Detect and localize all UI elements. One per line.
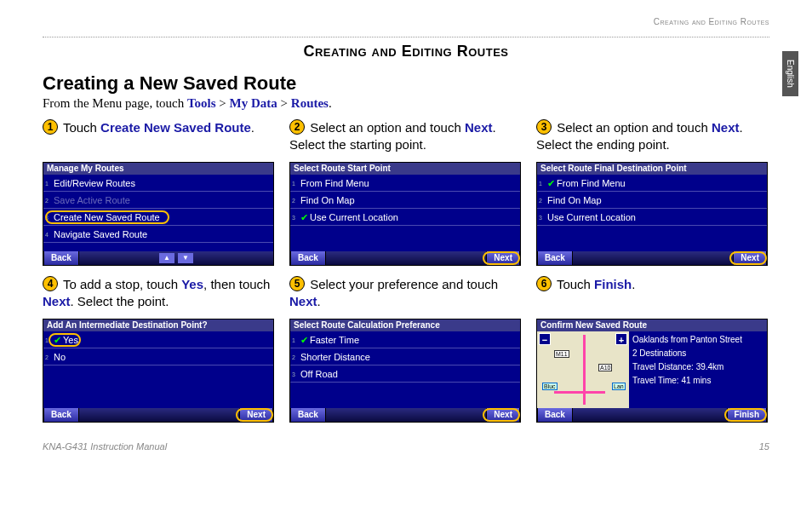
next-button[interactable]: Next: [486, 408, 520, 422]
step-6-number-icon: 6: [536, 276, 552, 291]
road-label: Lan: [612, 383, 626, 390]
route-info-panel: Oaklands from Panton Street 2 Destinatio…: [629, 331, 767, 408]
map-preview[interactable]: − + M11 A10 Bluc Lan: [537, 331, 629, 408]
menu-item-use-current[interactable]: 3✔Use Current Location: [290, 209, 520, 226]
language-tab: English: [782, 51, 798, 96]
breadcrumb-mydata: My Data: [230, 96, 277, 110]
step-4: 4 To add a stop, touch Yes, then touch N…: [43, 276, 276, 423]
breadcrumb-prefix: From the Menu page, touch: [43, 96, 187, 110]
screen-title: Add An Intermediate Destination Point?: [43, 319, 273, 331]
screen-title: Select Route Final Destination Point: [537, 163, 767, 175]
screenshot-confirm: Confirm New Saved Route − + M11 A10 Bluc…: [536, 319, 768, 423]
step-6: 6 Touch Finish. Confirm New Saved Route …: [536, 276, 769, 423]
step-4-number-icon: 4: [43, 276, 58, 291]
page-number: 15: [759, 441, 769, 452]
step-2: 2 Select an option and touch Next. Selec…: [289, 119, 523, 266]
step-2-number-icon: 2: [289, 119, 305, 135]
road-label: M11: [554, 350, 569, 358]
route-distance: Travel Distance: 39.4km: [632, 362, 763, 371]
screenshot-start-point: Select Route Start Point 1From Find Menu…: [289, 162, 521, 266]
menu-item-find-on-map[interactable]: 2Find On Map: [290, 192, 520, 209]
screen-title: Confirm New Saved Route: [537, 319, 767, 331]
back-button[interactable]: Back: [43, 408, 79, 422]
menu-item-offroad[interactable]: 3Off Road: [290, 365, 520, 383]
step-3-text: 3 Select an option and touch Next. Selec…: [536, 119, 769, 157]
menu-item-use-current[interactable]: 3Use Current Location: [537, 209, 767, 226]
back-button[interactable]: Back: [290, 251, 326, 265]
road-label: A10: [598, 364, 612, 371]
step-5: 5 Select your preference and touch Next.…: [289, 276, 523, 423]
step-1-number-icon: 1: [43, 119, 58, 135]
step-3: 3 Select an option and touch Next. Selec…: [536, 119, 769, 266]
menu-item-shorter[interactable]: 2Shorter Distance: [290, 348, 520, 365]
menu-item-create-new[interactable]: 3Create New Saved Route: [43, 209, 273, 226]
screenshot-calc-pref: Select Route Calculation Preferance 1✔Fa…: [289, 319, 521, 423]
back-button[interactable]: Back: [290, 408, 326, 422]
step-3-number-icon: 3: [536, 119, 552, 135]
menu-item-yes[interactable]: 1✔Yes: [43, 331, 273, 348]
route-destinations: 2 Destinations: [632, 348, 763, 358]
next-button[interactable]: Next: [486, 251, 520, 265]
next-button[interactable]: Next: [239, 408, 273, 422]
menu-item-no[interactable]: 2No: [43, 348, 273, 365]
back-button[interactable]: Back: [537, 251, 573, 265]
step-2-text: 2 Select an option and touch Next. Selec…: [289, 119, 523, 157]
back-button[interactable]: Back: [43, 251, 79, 265]
manual-name: KNA-G431 Instruction Manual: [43, 441, 167, 452]
step-1-text: 1 Touch Create New Saved Route.: [43, 119, 276, 157]
checkmark-icon: ✔: [547, 178, 555, 188]
up-arrow-icon[interactable]: ▲: [159, 253, 174, 263]
next-button[interactable]: Next: [733, 251, 767, 265]
page-footer: KNA-G431 Instruction Manual 15: [43, 441, 769, 452]
section-title: Creating and Editing Routes: [43, 43, 769, 60]
screenshot-end-point: Select Route Final Destination Point 1✔F…: [536, 162, 768, 266]
zoom-out-icon[interactable]: −: [539, 333, 551, 345]
finish-button[interactable]: Finish: [727, 408, 767, 422]
back-button[interactable]: Back: [537, 408, 573, 422]
checkmark-icon: ✔: [300, 212, 308, 222]
down-arrow-icon[interactable]: ▼: [178, 253, 193, 263]
route-time: Travel Time: 41 mins: [632, 376, 763, 385]
screen-title: Select Route Start Point: [290, 163, 520, 175]
step-1: 1 Touch Create New Saved Route. Manage M…: [43, 119, 276, 266]
menu-item-edit-review[interactable]: 1Edit/Review Routes: [43, 175, 273, 192]
menu-item-navigate-saved[interactable]: 4Navigate Saved Route: [43, 226, 273, 243]
checkmark-icon: ✔: [300, 335, 308, 345]
screen-title: Select Route Calculation Preferance: [290, 319, 520, 331]
checkmark-icon: ✔: [54, 335, 61, 345]
subsection-title: Creating a New Saved Route: [43, 72, 769, 95]
breadcrumb-routes: Routes: [291, 96, 329, 110]
zoom-in-icon[interactable]: +: [615, 333, 627, 345]
road-label: Bluc: [542, 383, 558, 390]
menu-item-save-active[interactable]: 2Save Active Route: [43, 192, 273, 209]
menu-item-faster[interactable]: 1✔Faster Time: [290, 331, 520, 348]
screenshot-manage-routes: Manage My Routes 1Edit/Review Routes 2Sa…: [43, 162, 274, 266]
breadcrumb-tools: Tools: [187, 96, 216, 110]
breadcrumb: From the Menu page, touch Tools > My Dat…: [43, 96, 769, 111]
screen-title: Manage My Routes: [43, 163, 273, 175]
running-header: Creating and Editing Routes: [43, 17, 769, 26]
step-4-text: 4 To add a stop, touch Yes, then touch N…: [43, 276, 276, 314]
step-6-text: 6 Touch Finish.: [536, 276, 769, 314]
step-5-text: 5 Select your preference and touch Next.: [289, 276, 523, 314]
menu-item-from-find[interactable]: 1From Find Menu: [290, 175, 520, 192]
step-5-number-icon: 5: [289, 276, 305, 291]
menu-item-from-find[interactable]: 1✔From Find Menu: [537, 175, 767, 192]
menu-item-find-on-map[interactable]: 2Find On Map: [537, 192, 767, 209]
horizontal-rule: [43, 37, 769, 37]
route-name: Oaklands from Panton Street: [632, 335, 763, 344]
screenshot-intermediate: Add An Intermediate Destination Point? 1…: [43, 319, 274, 423]
